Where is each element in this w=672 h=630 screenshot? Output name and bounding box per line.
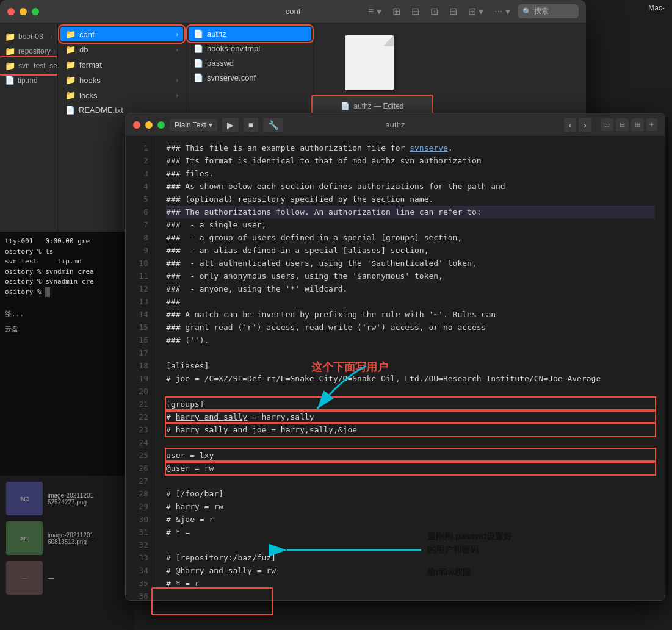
toolbar-group-btn[interactable]: ⊞ ▾: [464, 4, 487, 18]
editor-line-27: [166, 474, 655, 487]
col-item-label: format: [79, 60, 102, 70]
chevron-icon: ›: [176, 31, 178, 38]
col-item-locks[interactable]: 📁 locks ›: [60, 88, 183, 102]
file-icon: 📄: [65, 106, 75, 115]
toolbar-icon-btn[interactable]: ⊟: [408, 4, 423, 18]
folder-icon: 📁: [65, 29, 76, 39]
view-plus[interactable]: +: [646, 118, 657, 131]
editor-minimize-button[interactable]: [145, 121, 153, 129]
chevron-icon: ›: [176, 77, 178, 84]
view-buttons: ⊡ ⊟ ⊞ +: [601, 118, 657, 131]
folder-icon: 📁: [65, 45, 76, 54]
editor-line-34: # @harry_and_sally = rw: [166, 564, 655, 577]
sidebar-item-label: repository: [18, 47, 51, 55]
col-item-hooks[interactable]: 📁 hooks ›: [60, 73, 183, 87]
col-item-conf[interactable]: 📁 conf ›: [60, 27, 183, 41]
col-item-db[interactable]: 📁 db ›: [60, 42, 183, 57]
nav-arrows: ‹ ›: [564, 118, 591, 132]
view-grid[interactable]: ⊞: [631, 118, 644, 131]
col-item-label: svnserve.conf: [207, 73, 256, 82]
editor-line-29: # harry = rw: [166, 500, 655, 513]
thumb-label-3: —: [48, 575, 54, 581]
editor-maximize-button[interactable]: [157, 121, 165, 129]
stop-button[interactable]: ■: [244, 118, 258, 132]
terminal-line: ttys001 0:00.00 gre: [5, 237, 123, 247]
thumb-label-1: image-2021120152524227.png: [48, 492, 93, 506]
terminal-line: svn_test tip.md: [5, 257, 123, 267]
toolbar-col-btn[interactable]: ⊟: [446, 4, 461, 18]
terminal-area: ttys001 0:00.00 gre ository % ls svn_tes…: [0, 232, 128, 476]
editor-line-36: [166, 590, 655, 600]
folder-icon: 📁: [5, 46, 15, 56]
editor-line-13: ###: [166, 295, 655, 308]
sidebar-item-label: svn_test_second: [18, 62, 58, 70]
folder-icon: 📁: [65, 90, 76, 100]
editor-line-12: ### - anyone, using the '*' wildcard.: [166, 282, 655, 295]
thumb-label-2: image-2021120160813513.png: [48, 532, 93, 545]
next-button[interactable]: ›: [579, 118, 591, 132]
desktop-items: IMG image-2021120152524227.png IMG image…: [0, 476, 134, 630]
file-icon: 📄: [193, 73, 203, 82]
toolbar-list-btn[interactable]: ≡ ▾: [364, 4, 385, 18]
editor-line-35: # * = r: [166, 577, 655, 590]
minimize-button[interactable]: [20, 8, 27, 15]
editor-close-button[interactable]: [133, 121, 140, 129]
desktop-item-3: ··· —: [6, 561, 128, 595]
col-item-label: db: [79, 45, 88, 54]
editor-line-4: ### As shown below each section defines …: [166, 180, 655, 193]
editor-line-24: [166, 436, 655, 449]
editor-line-11: ### - only anonymous users, using the '$…: [166, 270, 655, 282]
annotation-text-2-main: 是刚刚 passwd设置好 的用户和密码: [427, 529, 512, 557]
editor-window: Plain Text ▾ ▶ ■ 🔧 authz ‹ › ⊡ ⊟ ⊞ + 123…: [125, 113, 665, 601]
authz-edited-label: authz — Edited: [353, 102, 403, 110]
format-selector[interactable]: Plain Text ▾: [170, 119, 217, 131]
maximize-button[interactable]: [32, 8, 39, 15]
close-button[interactable]: [7, 8, 15, 15]
terminal-line: ository % svnadmin cre: [5, 277, 123, 287]
col-item-passwd[interactable]: 📄 passwd: [189, 56, 311, 70]
col-item-svnserve[interactable]: 📄 svnserve.conf: [189, 71, 311, 85]
editor-line-22: # harry_and_sally = harry,sally: [166, 410, 655, 423]
terminal-line: ository % ls: [5, 247, 123, 257]
col-item-label: README.txt: [79, 106, 123, 115]
col-item-format[interactable]: 📁 format: [60, 57, 183, 72]
chevron-down-icon: ▾: [209, 121, 212, 129]
editor-line-30: # &joe = r: [166, 513, 655, 526]
col-item-hooks-env[interactable]: 📄 hooks-env.tmpl: [189, 41, 311, 55]
search-icon: 🔍: [522, 7, 532, 16]
thumbnail-3[interactable]: ···: [6, 561, 43, 595]
search-label: 搜索: [534, 6, 549, 16]
editor-content[interactable]: ### This file is an example authorizatio…: [156, 137, 665, 600]
sidebar-item-svn-test-second[interactable]: 📁 svn_test_second ›: [0, 59, 57, 73]
sidebar-item-tipmd[interactable]: 📄 tip.md: [0, 73, 57, 87]
editor-line-9: ### - an alias defined in a special [ali…: [166, 244, 655, 257]
settings-button[interactable]: 🔧: [263, 118, 283, 132]
col-item-authz[interactable]: 📄 authz: [189, 27, 311, 41]
editor-line-15: ### grant read ('r') access, read-write …: [166, 321, 655, 334]
editor-line-19: # joe = /C=XZ/ST=Def rt/L=Snake City/O=S…: [166, 372, 655, 385]
editor-line-21: [groups]: [166, 398, 655, 410]
file-icon: 📄: [193, 59, 203, 68]
view-split[interactable]: ⊟: [616, 118, 629, 131]
editor-line-10: ### - all authenticated users, using the…: [166, 257, 655, 270]
toolbar-more-btn[interactable]: ··· ▾: [491, 4, 514, 18]
col-item-label: authz: [207, 29, 226, 38]
sidebar-item-repository[interactable]: 📁 repository ›: [0, 44, 57, 59]
editor-line-3: ### files.: [166, 167, 655, 180]
toolbar-grid-btn[interactable]: ⊞: [389, 4, 404, 18]
search-box[interactable]: 🔍 搜索: [518, 4, 579, 18]
prev-button[interactable]: ‹: [564, 118, 577, 132]
toolbar-split-btn[interactable]: ⊡: [427, 4, 442, 18]
sidebar-item-label: tip.md: [18, 76, 38, 85]
sidebar-item-boot03[interactable]: 📁 boot-03 ›: [0, 29, 57, 44]
folder-icon: 📁: [5, 32, 15, 41]
thumbnail-2[interactable]: IMG: [6, 521, 43, 555]
thumbnail-1[interactable]: IMG: [6, 482, 43, 515]
editor-line-31: # * =: [166, 526, 655, 539]
run-button[interactable]: ▶: [222, 118, 239, 132]
editor-title: authz: [386, 120, 405, 129]
chevron-icon: ›: [176, 46, 178, 53]
line-numbers: 1234567891011121314151617181920212223242…: [126, 137, 156, 600]
view-single[interactable]: ⊡: [601, 118, 613, 131]
preview-file-icon: [345, 35, 394, 90]
